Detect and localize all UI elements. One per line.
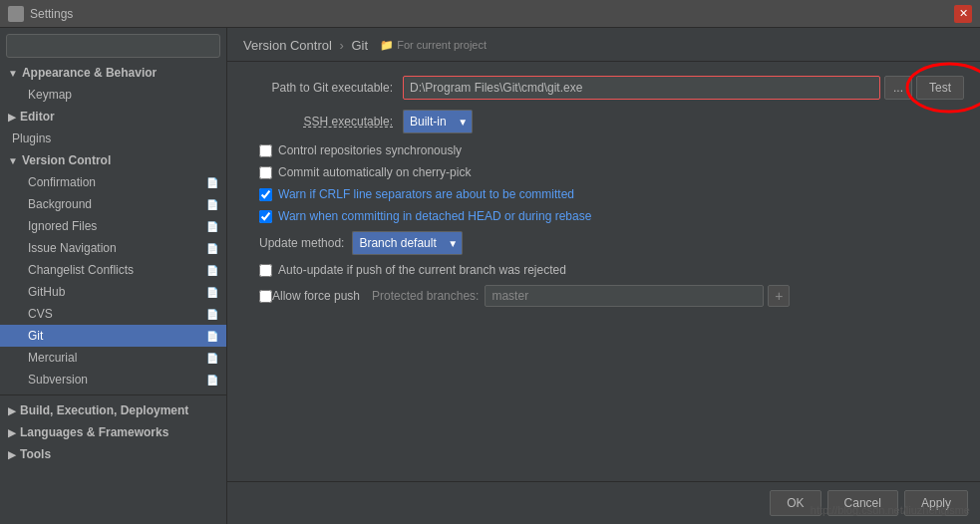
sidebar-item-confirmation[interactable]: Confirmation 📄	[0, 171, 226, 193]
sidebar-item-mercurial[interactable]: Mercurial 📄	[0, 347, 226, 369]
sidebar-item-github[interactable]: GitHub 📄	[0, 281, 226, 303]
test-button[interactable]: Test	[916, 76, 964, 100]
settings-window: Settings ✕ ▼ Appearance & Behavior Keyma…	[0, 0, 980, 524]
update-method-arrow[interactable]: ▼	[445, 231, 463, 255]
force-push-checkbox[interactable]	[259, 290, 272, 303]
sidebar: ▼ Appearance & Behavior Keymap ▶ Editor …	[0, 28, 227, 524]
sidebar-item-background[interactable]: Background 📄	[0, 193, 226, 215]
right-panel: Version Control › Git 📁 For current proj…	[227, 28, 980, 524]
detached-checkbox-row: Warn when committing in detached HEAD or…	[243, 209, 964, 223]
auto-update-checkbox[interactable]	[259, 264, 272, 277]
close-button[interactable]: ✕	[954, 5, 972, 23]
ssh-select-button[interactable]: Built-in	[403, 110, 455, 133]
ssh-select-container: Built-in ▼	[403, 110, 473, 133]
breadcrumb-current: Git	[351, 38, 368, 53]
arrow-icon: ▶	[8, 449, 16, 460]
bottom-buttons: OK Cancel Apply	[227, 481, 980, 524]
crlf-checkbox-row: Warn if CRLF line separators are about t…	[243, 187, 964, 201]
ssh-executable-row: SSH executable: Built-in ▼	[243, 110, 964, 133]
sidebar-item-tools[interactable]: ▶ Tools	[0, 443, 226, 465]
arrow-icon: ▼	[8, 68, 18, 79]
sync-label: Control repositories synchronously	[278, 143, 462, 157]
git-path-input[interactable]	[403, 76, 880, 100]
titlebar: Settings ✕	[0, 0, 980, 28]
ssh-executable-label: SSH executable:	[243, 115, 403, 129]
crlf-label: Warn if CRLF line separators are about t…	[278, 187, 574, 201]
ssh-dropdown-arrow[interactable]: ▼	[455, 110, 473, 133]
watermark: http://blog.csdn.net/liuzhengisme	[811, 504, 970, 516]
git-executable-label: Path to Git executable:	[243, 81, 403, 95]
breadcrumb: Version Control › Git	[243, 38, 368, 53]
window-title: Settings	[30, 7, 73, 21]
for-project-label: 📁 For current project	[380, 39, 487, 52]
git-path-container: ... Test	[403, 76, 964, 100]
page-icon: 📄	[206, 375, 218, 386]
app-icon	[8, 6, 24, 22]
panel-header: Version Control › Git 📁 For current proj…	[227, 28, 980, 62]
browse-button[interactable]: ...	[884, 76, 912, 100]
page-icon: 📄	[206, 353, 218, 364]
auto-update-label: Auto-update if push of the current branc…	[278, 263, 566, 277]
breadcrumb-parent: Version Control	[243, 38, 332, 53]
sidebar-item-cvs[interactable]: CVS 📄	[0, 303, 226, 325]
protected-branches-input[interactable]	[485, 285, 764, 307]
sidebar-item-git[interactable]: Git 📄	[0, 325, 226, 347]
protected-add-button[interactable]: +	[768, 285, 790, 307]
sidebar-item-changelist-conflicts[interactable]: Changelist Conflicts 📄	[0, 259, 226, 281]
sidebar-item-editor[interactable]: ▶ Editor	[0, 106, 226, 128]
sidebar-item-build[interactable]: ▶ Build, Execution, Deployment	[0, 399, 226, 421]
git-executable-row: Path to Git executable: ... Test	[243, 76, 964, 100]
cherry-pick-checkbox[interactable]	[259, 166, 272, 179]
sidebar-item-plugins[interactable]: Plugins	[0, 128, 226, 149]
sidebar-item-issue-navigation[interactable]: Issue Navigation 📄	[0, 237, 226, 259]
page-icon: 📄	[206, 221, 218, 232]
project-icon: 📁	[380, 39, 394, 51]
sync-checkbox[interactable]	[259, 144, 272, 157]
arrow-icon: ▶	[8, 112, 16, 123]
update-method-select[interactable]: Branch default	[352, 231, 444, 255]
update-method-row: Update method: Branch default ▼	[243, 231, 964, 255]
page-icon: 📄	[206, 331, 218, 342]
update-method-label: Update method:	[259, 236, 344, 250]
cherry-pick-label: Commit automatically on cherry-pick	[278, 165, 471, 179]
sidebar-item-subversion[interactable]: Subversion 📄	[0, 369, 226, 391]
force-push-label: Allow force push	[272, 289, 360, 303]
cherry-pick-checkbox-row: Commit automatically on cherry-pick	[243, 165, 964, 179]
page-icon: 📄	[206, 309, 218, 320]
sidebar-item-keymap[interactable]: Keymap	[0, 84, 226, 106]
detached-checkbox[interactable]	[259, 210, 272, 223]
detached-label: Warn when committing in detached HEAD or…	[278, 209, 591, 223]
page-icon: 📄	[206, 265, 218, 276]
main-content: ▼ Appearance & Behavior Keymap ▶ Editor …	[0, 28, 980, 524]
page-icon: 📄	[206, 199, 218, 210]
sidebar-item-ignored-files[interactable]: Ignored Files 📄	[0, 215, 226, 237]
sidebar-item-languages[interactable]: ▶ Languages & Frameworks	[0, 421, 226, 443]
protected-branches-label: Protected branches:	[372, 289, 479, 303]
arrow-icon: ▶	[8, 405, 16, 416]
arrow-icon: ▶	[8, 427, 16, 438]
crlf-checkbox[interactable]	[259, 188, 272, 201]
force-push-row: Allow force push Protected branches: +	[243, 285, 964, 307]
arrow-icon: ▼	[8, 155, 18, 166]
sidebar-item-appearance[interactable]: ▼ Appearance & Behavior	[0, 62, 226, 84]
search-box[interactable]	[6, 34, 220, 58]
search-input[interactable]	[13, 39, 213, 53]
auto-update-row: Auto-update if push of the current branc…	[243, 263, 964, 277]
sidebar-item-version-control[interactable]: ▼ Version Control	[0, 149, 226, 171]
breadcrumb-separator: ›	[340, 38, 348, 53]
sync-checkbox-row: Control repositories synchronously	[243, 143, 964, 157]
page-icon: 📄	[206, 287, 218, 298]
form-area: Path to Git executable: ... Test SSH exe…	[227, 62, 980, 481]
page-icon: 📄	[206, 177, 218, 188]
page-icon: 📄	[206, 243, 218, 254]
